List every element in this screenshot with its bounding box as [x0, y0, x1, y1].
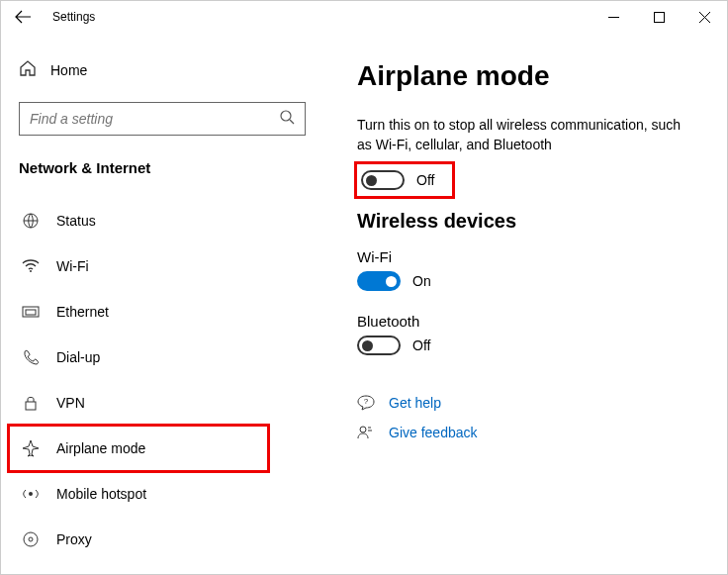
sidebar: Home Network & Internet Status Wi-Fi Eth…	[1, 33, 327, 574]
wireless-section-title: Wireless devices	[357, 210, 697, 233]
home-nav[interactable]: Home	[19, 52, 310, 88]
svg-point-9	[29, 537, 33, 541]
nav-label: Dial-up	[56, 349, 100, 365]
feedback-icon	[357, 425, 375, 440]
search-icon	[279, 109, 295, 129]
help-label[interactable]: Get help	[389, 395, 441, 411]
sidebar-item-airplane[interactable]: Airplane mode	[19, 426, 310, 471]
main-panel: Airplane mode Turn this on to stop all w…	[327, 33, 727, 574]
svg-point-7	[29, 492, 33, 496]
give-feedback-link[interactable]: Give feedback	[357, 425, 697, 440]
wifi-toggle[interactable]	[357, 271, 401, 291]
page-title: Airplane mode	[357, 60, 697, 92]
nav-label: Mobile hotspot	[56, 486, 146, 502]
airplane-description: Turn this on to stop all wireless commun…	[357, 116, 697, 154]
nav-label: Status	[56, 213, 96, 229]
airplane-state: Off	[416, 172, 434, 188]
nav-label: Airplane mode	[56, 440, 145, 456]
close-button[interactable]	[682, 1, 727, 33]
home-icon	[19, 59, 37, 81]
wifi-icon	[21, 259, 41, 273]
ethernet-icon	[21, 303, 41, 321]
sidebar-item-vpn[interactable]: VPN	[19, 380, 310, 426]
wifi-label: Wi-Fi	[357, 248, 697, 265]
window-title: Settings	[52, 10, 95, 24]
svg-point-1	[281, 111, 291, 121]
svg-rect-6	[26, 402, 36, 410]
sidebar-item-ethernet[interactable]: Ethernet	[19, 289, 310, 335]
sidebar-item-dialup[interactable]: Dial-up	[19, 335, 310, 380]
feedback-label[interactable]: Give feedback	[389, 425, 478, 440]
status-icon	[21, 212, 41, 230]
get-help-link[interactable]: ? Get help	[357, 395, 697, 411]
nav-label: VPN	[56, 395, 85, 411]
svg-rect-0	[654, 12, 664, 22]
vpn-icon	[21, 394, 41, 412]
svg-point-11	[360, 427, 366, 432]
svg-text:?: ?	[364, 397, 369, 406]
svg-rect-5	[26, 310, 36, 315]
bluetooth-toggle[interactable]	[357, 335, 401, 355]
nav-label: Ethernet	[56, 304, 109, 320]
back-button[interactable]	[15, 10, 35, 24]
sidebar-item-hotspot[interactable]: Mobile hotspot	[19, 471, 310, 517]
bluetooth-label: Bluetooth	[357, 313, 697, 330]
category-title: Network & Internet	[19, 159, 310, 176]
wifi-state: On	[412, 273, 431, 289]
home-label: Home	[50, 62, 87, 78]
help-icon: ?	[357, 395, 375, 411]
sidebar-item-status[interactable]: Status	[19, 198, 310, 243]
sidebar-item-wifi[interactable]: Wi-Fi	[19, 243, 310, 289]
proxy-icon	[21, 530, 41, 548]
bluetooth-state: Off	[412, 337, 430, 353]
sidebar-item-proxy[interactable]: Proxy	[19, 517, 310, 562]
airplane-icon	[21, 439, 41, 457]
minimize-button[interactable]	[591, 1, 636, 33]
search-field[interactable]	[30, 111, 279, 127]
dialup-icon	[21, 348, 41, 366]
search-input[interactable]	[19, 102, 306, 136]
hotspot-icon	[21, 485, 41, 503]
airplane-toggle[interactable]	[361, 170, 405, 190]
svg-point-8	[24, 532, 38, 546]
nav-label: Proxy	[56, 531, 92, 547]
svg-point-3	[30, 270, 32, 272]
nav-label: Wi-Fi	[56, 258, 89, 274]
maximize-button[interactable]	[636, 1, 682, 33]
